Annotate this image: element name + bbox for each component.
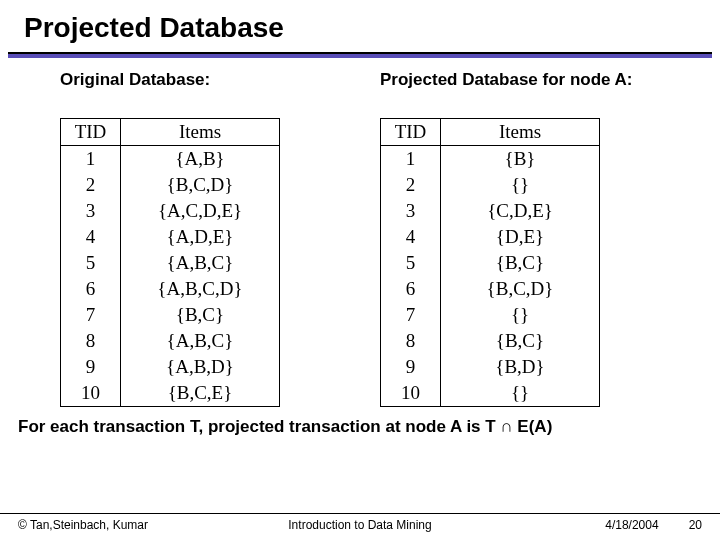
table-row: 3{A,C,D,E} (61, 198, 280, 224)
intersect-icon: ∩ (500, 417, 512, 436)
col-header-tid: TID (61, 119, 121, 146)
table-cell: {A,B,D} (121, 354, 280, 380)
table-cell: 8 (381, 328, 441, 354)
table-cell: 5 (381, 250, 441, 276)
table-cell: {A,C,D,E} (121, 198, 280, 224)
table-row: 9{A,B,D} (61, 354, 280, 380)
table-cell: 4 (61, 224, 121, 250)
table-row: 10{B,C,E} (61, 380, 280, 407)
table-cell: 2 (381, 172, 441, 198)
table-cell: 6 (61, 276, 121, 302)
table-cell: {B,C,D} (121, 172, 280, 198)
original-db-subtitle: Original Database: (60, 70, 340, 112)
content-area: Original Database: TID Items 1{A,B}2{B,C… (0, 58, 720, 407)
table-cell: {B,C,E} (121, 380, 280, 407)
table-cell: {A,B,C} (121, 328, 280, 354)
statement-suffix: E(A) (513, 417, 553, 436)
footer-date: 4/18/2004 (605, 518, 658, 532)
table-cell: {A,B,C,D} (121, 276, 280, 302)
table-cell: {D,E} (441, 224, 600, 250)
table-row: 5{B,C} (381, 250, 600, 276)
table-row: 2{B,C,D} (61, 172, 280, 198)
footer-page: 20 (689, 518, 702, 532)
statement-text: For each transaction T, projected transa… (0, 407, 720, 437)
footer-left: © Tan,Steinbach, Kumar (18, 518, 148, 532)
table-cell: {C,D,E} (441, 198, 600, 224)
table-row: 1{B} (381, 146, 600, 173)
slide-title: Projected Database (0, 0, 720, 52)
table-cell: {A,D,E} (121, 224, 280, 250)
table-cell: {} (441, 380, 600, 407)
table-cell: {B,C,D} (441, 276, 600, 302)
statement-prefix: For each transaction T, projected transa… (18, 417, 500, 436)
col-header-tid: TID (381, 119, 441, 146)
projected-db-panel: Projected Database for node A: TID Items… (380, 70, 660, 407)
table-row: 9{B,D} (381, 354, 600, 380)
table-cell: {} (441, 172, 600, 198)
table-row: 8{B,C} (381, 328, 600, 354)
table-cell: {B,C} (121, 302, 280, 328)
projected-db-table: TID Items 1{B}2{}3{C,D,E}4{D,E}5{B,C}6{B… (380, 118, 600, 407)
table-row: 6{B,C,D} (381, 276, 600, 302)
table-cell: {B,C} (441, 328, 600, 354)
table-row: 5{A,B,C} (61, 250, 280, 276)
table-cell: {} (441, 302, 600, 328)
table-cell: {A,B} (121, 146, 280, 173)
table-cell: 2 (61, 172, 121, 198)
projected-db-subtitle: Projected Database for node A: (380, 70, 660, 112)
table-row: 10{} (381, 380, 600, 407)
table-row: 3{C,D,E} (381, 198, 600, 224)
table-row: 2{} (381, 172, 600, 198)
col-header-items: Items (441, 119, 600, 146)
table-cell: {B,D} (441, 354, 600, 380)
table-cell: 10 (61, 380, 121, 407)
table-cell: 3 (381, 198, 441, 224)
table-cell: 1 (61, 146, 121, 173)
table-cell: 9 (381, 354, 441, 380)
original-db-table: TID Items 1{A,B}2{B,C,D}3{A,C,D,E}4{A,D,… (60, 118, 280, 407)
table-cell: 10 (381, 380, 441, 407)
table-cell: 7 (381, 302, 441, 328)
col-header-items: Items (121, 119, 280, 146)
table-row: 7{} (381, 302, 600, 328)
table-cell: 3 (61, 198, 121, 224)
footer-mid: Introduction to Data Mining (288, 518, 431, 532)
table-cell: 5 (61, 250, 121, 276)
table-cell: 1 (381, 146, 441, 173)
footer: © Tan,Steinbach, Kumar Introduction to D… (0, 513, 720, 532)
table-cell: {A,B,C} (121, 250, 280, 276)
table-row: 8{A,B,C} (61, 328, 280, 354)
table-row: 4{A,D,E} (61, 224, 280, 250)
table-row: 4{D,E} (381, 224, 600, 250)
table-row: 7{B,C} (61, 302, 280, 328)
table-cell: 6 (381, 276, 441, 302)
table-cell: {B} (441, 146, 600, 173)
original-db-panel: Original Database: TID Items 1{A,B}2{B,C… (60, 70, 340, 407)
table-cell: 7 (61, 302, 121, 328)
table-cell: 9 (61, 354, 121, 380)
table-row: 6{A,B,C,D} (61, 276, 280, 302)
table-cell: 4 (381, 224, 441, 250)
table-cell: 8 (61, 328, 121, 354)
table-cell: {B,C} (441, 250, 600, 276)
table-row: 1{A,B} (61, 146, 280, 173)
